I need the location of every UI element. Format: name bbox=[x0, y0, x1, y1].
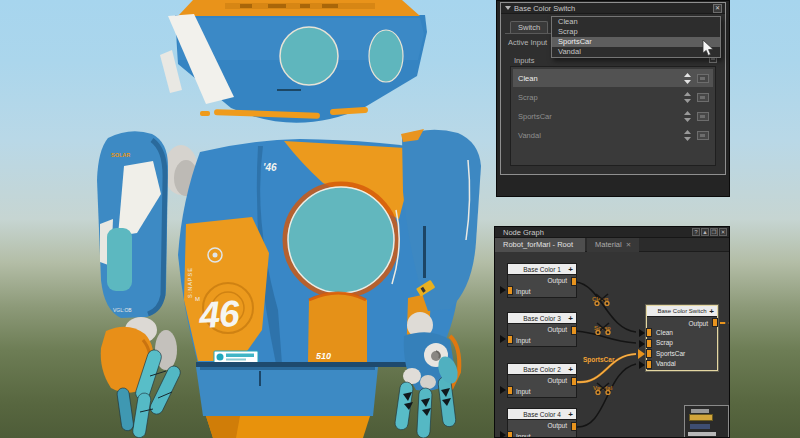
stream-swap-icon[interactable] bbox=[684, 92, 691, 103]
switch-input-scrap[interactable]: Scrap bbox=[647, 338, 717, 349]
add-port-button[interactable]: + bbox=[568, 364, 573, 375]
mari-application-window: '46 M 46 510 S:NAPSE bbox=[0, 0, 800, 438]
node-base-color-4[interactable]: Base Color 4+ Output Input bbox=[507, 408, 577, 437]
input-port[interactable] bbox=[507, 431, 513, 437]
scissors-icon bbox=[595, 321, 611, 335]
stream-swap-icon[interactable] bbox=[684, 73, 691, 84]
help-icon[interactable]: ? bbox=[692, 228, 700, 236]
scissors-icon bbox=[595, 381, 611, 395]
inputs-list: Clean Scrap SportsCar Vandal bbox=[510, 66, 716, 166]
active-input-dropdown: Clean Scrap SportsCar Vandal bbox=[551, 16, 721, 58]
robot-head bbox=[160, 0, 427, 123]
input-row-clean[interactable]: Clean bbox=[513, 69, 713, 87]
add-port-button[interactable]: + bbox=[709, 306, 714, 317]
output-port[interactable] bbox=[571, 277, 577, 286]
panel-title-bar[interactable]: Base Color Switch ✕ bbox=[501, 3, 725, 14]
minimap-node-bar bbox=[690, 424, 710, 429]
input-arrow bbox=[500, 386, 506, 394]
input-arrow bbox=[500, 335, 506, 343]
input-arrow bbox=[639, 340, 645, 348]
decal-side-text: S:NAPSE bbox=[187, 267, 193, 298]
node-base-color-switch[interactable]: Base Color Switch+ Output Clean Scrap bbox=[646, 305, 718, 371]
switch-input-sportscar[interactable]: SportsCar bbox=[647, 349, 717, 360]
node-base-color-2[interactable]: Base Color 2+ Output Input bbox=[507, 363, 577, 398]
decal-small-46: '46 bbox=[263, 162, 277, 173]
input-arrow bbox=[500, 286, 506, 294]
input-port[interactable] bbox=[507, 335, 513, 344]
minimap-node-bar bbox=[689, 414, 713, 421]
dropdown-option-vandal[interactable]: Vandal bbox=[552, 47, 720, 57]
input-arrow bbox=[639, 329, 645, 337]
decal-510: 510 bbox=[316, 351, 331, 361]
switch-input-vandal[interactable]: Vandal bbox=[647, 359, 717, 370]
decal-solar: SOLAR bbox=[111, 152, 130, 158]
pending-output-connection bbox=[720, 322, 729, 324]
input-arrow bbox=[639, 361, 645, 369]
scissors-icon bbox=[594, 292, 610, 306]
input-port[interactable] bbox=[646, 339, 652, 348]
output-port[interactable] bbox=[571, 422, 577, 431]
output-port[interactable] bbox=[571, 377, 577, 386]
input-port[interactable] bbox=[646, 349, 652, 358]
stream-swap-icon[interactable] bbox=[684, 130, 691, 141]
input-row-vandal[interactable]: Vandal bbox=[513, 126, 713, 144]
node-graph-canvas[interactable]: Clean Scrap SportsCar Vandal Base Color … bbox=[495, 252, 729, 437]
base-color-switch-panel: Base Color Switch ✕ Switch Active Input … bbox=[496, 0, 730, 197]
node-base-color-1[interactable]: Base Color 1+ Output Input bbox=[507, 263, 577, 298]
decal-arm-code: VGL:OB bbox=[113, 307, 132, 313]
tab-root-graph[interactable]: Robot_forMari - Root bbox=[495, 238, 585, 252]
float-icon[interactable]: ❐ bbox=[710, 228, 718, 236]
torso-sticker bbox=[214, 351, 258, 363]
mouse-cursor bbox=[702, 40, 714, 57]
tab-close-icon[interactable]: ✕ bbox=[626, 238, 631, 252]
node-graph-title-bar[interactable]: Node Graph ? ▲ ❐ ✕ bbox=[495, 227, 729, 238]
input-arrow bbox=[500, 431, 506, 437]
wire-label-sportscar[interactable]: SportsCar bbox=[583, 356, 614, 363]
swatch-button[interactable] bbox=[697, 112, 709, 121]
node-base-color-3[interactable]: Base Color 3+ Output Input bbox=[507, 312, 577, 347]
add-port-button[interactable]: + bbox=[568, 409, 573, 420]
active-input-arrow bbox=[638, 349, 645, 359]
swatch-button[interactable] bbox=[697, 131, 709, 140]
dropdown-option-clean[interactable]: Clean bbox=[552, 17, 720, 27]
close-icon[interactable]: ✕ bbox=[719, 228, 727, 236]
dropdown-option-scrap[interactable]: Scrap bbox=[552, 27, 720, 37]
dropdown-option-sportscar[interactable]: SportsCar bbox=[552, 37, 720, 47]
panel-close-button[interactable]: ✕ bbox=[713, 4, 722, 13]
swatch-button[interactable] bbox=[697, 93, 709, 102]
output-port[interactable] bbox=[712, 318, 718, 327]
minimap-node-bar bbox=[688, 432, 716, 436]
switch-input-clean[interactable]: Clean bbox=[647, 328, 717, 339]
collapse-triangle-icon[interactable] bbox=[505, 6, 511, 10]
node-graph-minimap[interactable] bbox=[684, 405, 729, 437]
input-port[interactable] bbox=[646, 360, 652, 369]
minimap-node-bar bbox=[691, 409, 709, 413]
node-graph-title: Node Graph bbox=[503, 227, 544, 238]
pin-icon[interactable]: ▲ bbox=[701, 228, 709, 236]
node-graph-panel: Node Graph ? ▲ ❐ ✕ Robot_forMari - Root … bbox=[494, 226, 730, 438]
inputs-label: Inputs bbox=[514, 56, 534, 65]
node-graph-tabs: Robot_forMari - Root Material✕ bbox=[495, 238, 729, 252]
decal-big-46: 46 bbox=[197, 293, 241, 336]
input-port[interactable] bbox=[646, 328, 652, 337]
switch-output-row: Output bbox=[647, 317, 717, 328]
stream-swap-icon[interactable] bbox=[684, 111, 691, 122]
add-port-button[interactable]: + bbox=[568, 264, 573, 275]
swatch-button[interactable] bbox=[697, 74, 709, 83]
add-port-button[interactable]: + bbox=[568, 313, 573, 324]
active-input-label: Active Input bbox=[508, 38, 547, 47]
panel-title: Base Color Switch bbox=[514, 3, 575, 14]
base-color-switch-panel-body: Base Color Switch ✕ Switch Active Input … bbox=[500, 2, 726, 175]
tab-material[interactable]: Material✕ bbox=[587, 238, 639, 252]
input-row-scrap[interactable]: Scrap bbox=[513, 88, 713, 106]
input-port[interactable] bbox=[507, 386, 513, 395]
input-port[interactable] bbox=[507, 286, 513, 295]
output-port[interactable] bbox=[571, 326, 577, 335]
input-row-sportscar[interactable]: SportsCar bbox=[513, 107, 713, 125]
